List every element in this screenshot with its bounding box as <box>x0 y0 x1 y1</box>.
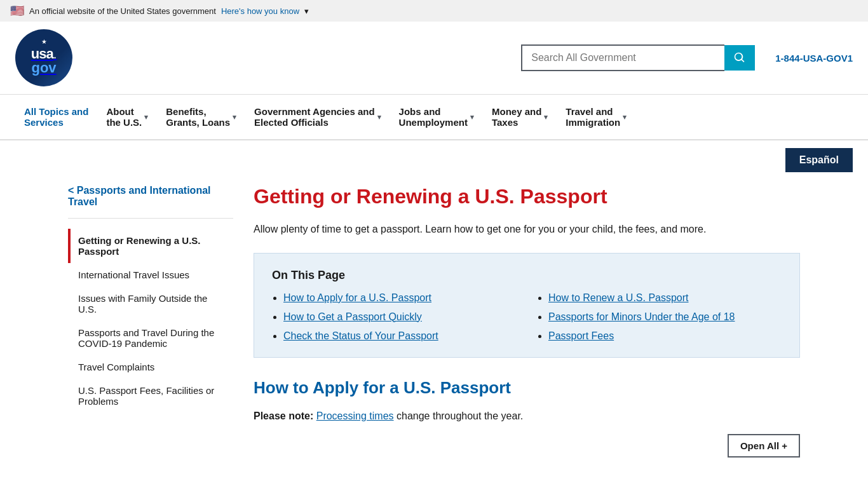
search-input[interactable] <box>521 44 724 71</box>
link-renew-passport[interactable]: How to Renew a U.S. Passport <box>548 292 689 303</box>
logo-gov-text: gov <box>31 61 56 75</box>
chevron-down-icon: ▾ <box>144 113 148 121</box>
sidebar-link-covid-travel[interactable]: Passports and Travel During the COVID-19… <box>68 321 233 355</box>
sidebar-link-travel-complaints[interactable]: Travel Complaints <box>68 355 233 379</box>
sidebar-link-intl-travel[interactable]: International Travel Issues <box>68 263 233 287</box>
sidebar-item-passport-fees: U.S. Passport Fees, Facilities or Proble… <box>68 379 233 413</box>
list-item: Check the Status of Your Passport <box>283 330 517 342</box>
official-text: An official website of the United States… <box>29 6 216 16</box>
page-intro: Allow plenty of time to get a passport. … <box>254 221 800 238</box>
logo-area: ★ usa . gov <box>15 29 72 86</box>
search-icon <box>733 51 746 64</box>
sidebar-link-family-outside[interactable]: Issues with Family Outside the U.S. <box>68 287 233 321</box>
us-flag-icon: 🇺🇸 <box>10 4 24 18</box>
list-item: Passport Fees <box>548 330 782 342</box>
nav-label: Aboutthe U.S. <box>106 106 142 128</box>
nav-item-about-us[interactable]: Aboutthe U.S. ▾ <box>97 95 157 139</box>
on-this-page-heading: On This Page <box>272 269 782 282</box>
logo-dot-separator: . <box>53 48 57 60</box>
nav-label: Government Agencies andElected Officials <box>254 106 375 128</box>
content-wrapper: < Passports and International Travel Get… <box>53 180 815 458</box>
note-trailing-text: change throughout the year. <box>397 410 523 421</box>
link-minors[interactable]: Passports for Minors Under the Age of 18 <box>548 311 735 322</box>
on-this-page-links: How to Apply for a U.S. Passport How to … <box>272 292 782 342</box>
phone-link[interactable]: 1-844-USA-GOV1 <box>775 53 853 64</box>
note-text: Please note: Processing times change thr… <box>254 408 800 424</box>
logo-link[interactable]: ★ usa . gov <box>15 29 72 86</box>
link-get-quickly[interactable]: How to Get a Passport Quickly <box>283 311 422 322</box>
site-header: ★ usa . gov 1-844-USA-GOV1 <box>0 22 868 95</box>
main-article: Getting or Renewing a U.S. Passport Allo… <box>254 180 800 458</box>
sidebar-item-getting-renewing: Getting or Renewing a U.S. Passport <box>68 229 233 263</box>
link-apply-passport[interactable]: How to Apply for a U.S. Passport <box>283 292 431 303</box>
logo-star-icon: ★ <box>41 38 47 45</box>
note-label: Please note: <box>254 410 313 421</box>
nav-item-agencies[interactable]: Government Agencies andElected Officials… <box>245 95 390 139</box>
nav-label: Benefits,Grants, Loans <box>166 106 230 128</box>
search-phone-area: 1-844-USA-GOV1 <box>521 44 853 71</box>
open-all-button[interactable]: Open All + <box>728 434 800 458</box>
chevron-down-icon: ▾ <box>623 113 627 121</box>
chevron-down-icon: ▾ <box>233 113 236 121</box>
list-item: How to Get a Passport Quickly <box>283 311 517 323</box>
list-item: Passports for Minors Under the Age of 18 <box>548 311 782 323</box>
sidebar-item-intl-travel: International Travel Issues <box>68 263 233 287</box>
sidebar-link-getting-renewing[interactable]: Getting or Renewing a U.S. Passport <box>68 229 233 263</box>
nav-label: Money andTaxes <box>492 106 541 128</box>
link-check-status[interactable]: Check the Status of Your Passport <box>283 330 438 341</box>
chevron-down-icon: ▾ <box>377 113 381 121</box>
sidebar-item-covid-travel: Passports and Travel During the COVID-19… <box>68 321 233 355</box>
nav-label: All Topics andServices <box>24 106 88 128</box>
sidebar-back-link[interactable]: < Passports and International Travel <box>68 185 233 219</box>
espanol-bar: Español <box>0 140 868 180</box>
processing-times-link[interactable]: Processing times <box>316 410 394 421</box>
nav-item-jobs[interactable]: Jobs andUnemployment ▾ <box>390 95 483 139</box>
sidebar-link-passport-fees[interactable]: U.S. Passport Fees, Facilities or Proble… <box>68 379 233 413</box>
nav-item-travel[interactable]: Travel andImmigration ▾ <box>557 95 635 139</box>
link-passport-fees[interactable]: Passport Fees <box>548 330 614 341</box>
nav-item-all-topics[interactable]: All Topics andServices <box>15 95 97 139</box>
sidebar-item-travel-complaints: Travel Complaints <box>68 355 233 379</box>
open-all-row: Open All + <box>254 434 800 458</box>
nav-label: Jobs andUnemployment <box>399 106 468 128</box>
page-title: Getting or Renewing a U.S. Passport <box>254 185 800 208</box>
nav-label: Travel andImmigration <box>566 106 620 128</box>
list-item: How to Renew a U.S. Passport <box>548 292 782 304</box>
sidebar: < Passports and International Travel Get… <box>68 180 233 458</box>
logo-usa-text: usa <box>31 47 53 61</box>
list-item: How to Apply for a U.S. Passport <box>283 292 517 304</box>
nav-item-benefits[interactable]: Benefits,Grants, Loans ▾ <box>157 95 245 139</box>
section-heading-apply: How to Apply for a U.S. Passport <box>254 378 800 398</box>
sidebar-item-family-outside: Issues with Family Outside the U.S. <box>68 287 233 321</box>
sidebar-nav-list: Getting or Renewing a U.S. Passport Inte… <box>68 229 233 413</box>
dropdown-toggle[interactable]: ▾ <box>304 6 309 16</box>
chevron-down-icon: ▾ <box>544 113 548 121</box>
search-button[interactable] <box>724 45 755 71</box>
usagov-logo: ★ usa . gov <box>15 29 72 86</box>
chevron-down-icon: ▾ <box>470 113 474 121</box>
espanol-button[interactable]: Español <box>785 148 853 172</box>
gov-banner: 🇺🇸 An official website of the United Sta… <box>0 0 868 22</box>
nav-item-money[interactable]: Money andTaxes ▾ <box>483 95 557 139</box>
main-nav: All Topics andServices Aboutthe U.S. ▾ B… <box>0 95 868 140</box>
heres-how-you-know-link[interactable]: Here's how you know <box>221 6 299 16</box>
on-this-page-box: On This Page How to Apply for a U.S. Pas… <box>254 253 800 358</box>
search-bar <box>521 44 755 71</box>
